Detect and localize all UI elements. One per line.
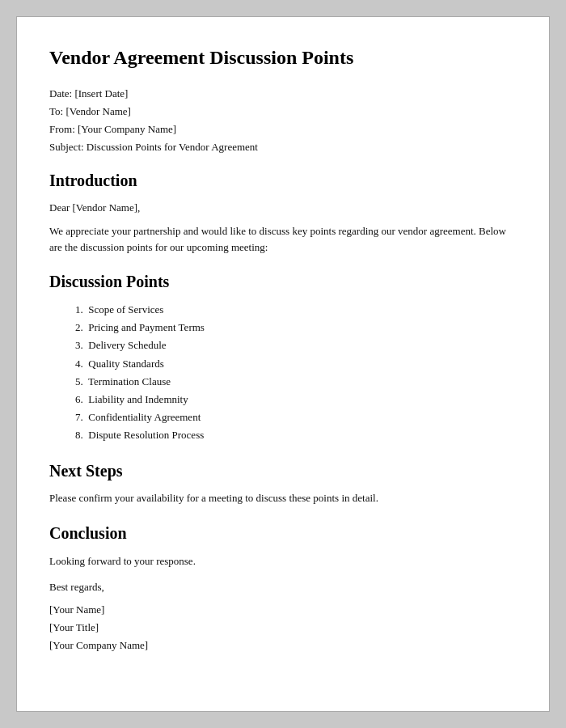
list-item: 7. Confidentiality Agreement [75, 408, 517, 426]
next-steps-body: Please confirm your availability for a m… [49, 490, 517, 506]
introduction-heading: Introduction [49, 171, 517, 190]
conclusion-name: [Your Name] [49, 601, 517, 619]
list-item: 8. Dispute Resolution Process [75, 426, 517, 444]
list-item: 5. Termination Clause [75, 373, 517, 391]
list-item: 3. Delivery Schedule [75, 336, 517, 354]
next-steps-heading: Next Steps [49, 462, 517, 480]
document-title: Vendor Agreement Discussion Points [49, 46, 517, 70]
closing-block: Looking forward to your response. Best r… [49, 552, 517, 654]
list-item: 4. Quality Standards [75, 355, 517, 373]
conclusion-closing: Best regards, [49, 578, 517, 596]
introduction-greeting: Dear [Vendor Name], [49, 200, 517, 216]
meta-date: Date: [Insert Date] [49, 87, 517, 100]
conclusion-title: [Your Title] [49, 619, 517, 637]
conclusion-body: Looking forward to your response. [49, 552, 517, 570]
conclusion-heading: Conclusion [49, 524, 517, 543]
discussion-points-list: 1. Scope of Services 2. Pricing and Paym… [49, 301, 517, 444]
conclusion-company: [Your Company Name] [49, 637, 517, 654]
meta-from: From: [Your Company Name] [49, 123, 517, 136]
meta-subject: Subject: Discussion Points for Vendor Ag… [49, 141, 517, 154]
discussion-points-heading: Discussion Points [49, 273, 517, 291]
list-item: 6. Liability and Indemnity [75, 391, 517, 408]
list-item: 1. Scope of Services [75, 301, 517, 319]
meta-block: Date: [Insert Date] To: [Vendor Name] Fr… [49, 87, 517, 154]
document-container: Vendor Agreement Discussion Points Date:… [16, 16, 550, 712]
meta-to: To: [Vendor Name] [49, 105, 517, 118]
introduction-body: We appreciate your partnership and would… [49, 223, 517, 255]
list-item: 2. Pricing and Payment Terms [75, 319, 517, 336]
